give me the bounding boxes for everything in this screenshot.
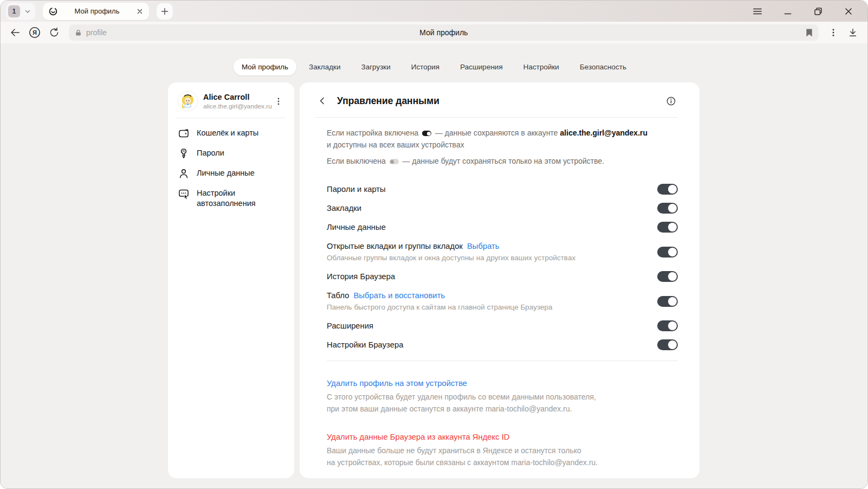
profile-summary: Alice Carroll alice.the.girl@yandex.ru	[177, 90, 286, 118]
delete-profile-description: С этого устройства будет удален профиль …	[327, 391, 678, 415]
refresh-icon[interactable]	[46, 24, 62, 41]
close-window-icon[interactable]	[841, 4, 856, 18]
browser-settings-toggle[interactable]	[657, 339, 678, 350]
page-title: Управление данными	[337, 95, 439, 107]
back-chevron-icon[interactable]	[315, 93, 330, 108]
address-bar[interactable]: profile Мой профиль	[69, 24, 819, 41]
tab-settings[interactable]: Настройки	[515, 59, 567, 75]
row-label: Закладки	[327, 204, 361, 213]
choose-restore-link[interactable]: Выбрать и восстановить	[353, 291, 445, 300]
delete-profile-section: Удалить профиль на этом устройстве С это…	[327, 377, 678, 415]
toggle-row-extensions: Расширения	[327, 320, 678, 332]
sidebar-item-label: Настройки автозаполнения	[197, 188, 274, 209]
row-label: Настройки Браузера	[327, 340, 403, 349]
section-tabs: Мой профиль Закладки Загрузки История Ра…	[1, 59, 867, 75]
bookmark-icon[interactable]	[805, 28, 813, 37]
intro-enabled-prefix: Если настройка включена	[327, 128, 418, 137]
tab-title: Мой профиль	[58, 7, 136, 15]
row-label: Пароли и карты	[327, 185, 386, 194]
toggle-row-open-tabs: Открытые вкладки и группы вкладокВыбрать…	[327, 240, 678, 263]
downloads-icon[interactable]	[845, 24, 861, 41]
toggle-row-browser-settings: Настройки Браузера	[327, 339, 678, 351]
intro-disabled-text: Если выключена — данные будут сохранятьс…	[327, 155, 678, 167]
intro-enabled-line2: и доступны на всех ваших устройствах	[327, 139, 678, 151]
person-icon	[178, 168, 190, 179]
delete-yandex-data-link[interactable]: Удалить данные Браузера из аккаунта Янде…	[327, 431, 510, 443]
delete-yandex-data-section: Удалить данные Браузера из аккаунта Янде…	[327, 431, 678, 468]
bookmarks-toggle[interactable]	[657, 203, 678, 214]
browser-menu-icon[interactable]	[750, 4, 765, 18]
personal-data-toggle[interactable]	[657, 222, 678, 233]
tab-bookmarks[interactable]: Закладки	[301, 59, 348, 75]
address-bar-page-title: Мой профиль	[69, 28, 819, 37]
choose-tabs-link[interactable]: Выбрать	[467, 242, 500, 250]
tab-downloads[interactable]: Загрузки	[353, 59, 398, 75]
svg-text:Я: Я	[33, 29, 37, 36]
delete-yandex-desc-line2: на устройствах, которые были связаны с а…	[327, 456, 678, 468]
avatar[interactable]	[178, 91, 198, 111]
row-label: Открытые вкладки и группы вкладок	[327, 242, 463, 250]
delete-yandex-data-description: Ваши данные больше не будут храниться в …	[327, 445, 678, 468]
row-label: Табло	[327, 291, 349, 300]
sidebar-item-label: Личные данные	[197, 168, 255, 178]
intro-disabled-suffix: — данные будут сохраняться только на это…	[403, 157, 605, 165]
more-options-icon[interactable]	[825, 24, 841, 41]
row-label: Расширения	[327, 321, 373, 330]
toggle-off-glyph-icon	[390, 159, 399, 164]
chevron-down-icon	[23, 7, 32, 16]
tab-my-profile[interactable]: Мой профиль	[234, 59, 296, 75]
danger-divider	[327, 361, 678, 361]
key-icon	[178, 147, 190, 159]
profile-sidebar: Alice Carroll alice.the.girl@yandex.ru	[168, 82, 294, 478]
toggle-row-bookmarks: Закладки	[327, 202, 678, 214]
toggle-row-history: История Браузера	[327, 271, 678, 282]
data-management-panel: Управление данными Если настройка включе…	[300, 82, 699, 478]
extensions-toggle[interactable]	[657, 320, 678, 331]
minimize-icon[interactable]	[781, 4, 795, 18]
delete-profile-desc-line1: С этого устройства будет удален профиль …	[327, 391, 678, 403]
tab-strip: 1 Мой профиль	[1, 1, 867, 22]
row-description: Облачные группы вкладок и окна доступны …	[327, 252, 646, 263]
sidebar-item-wallet-cards[interactable]: Кошелёк и карты	[177, 124, 286, 144]
info-icon[interactable]	[664, 94, 678, 108]
profile-menu-kebab-icon[interactable]	[273, 94, 284, 108]
sidebar-item-personal-data[interactable]: Личные данные	[177, 164, 286, 184]
sidebar-item-label: Пароли	[197, 148, 224, 158]
tab-extensions[interactable]: Расширения	[452, 59, 511, 75]
toggle-on-glyph-icon	[422, 131, 431, 136]
profile-name: Alice Carroll	[203, 93, 267, 101]
panel-header: Управление данными	[315, 92, 678, 110]
intro-enabled-middle: — данные сохраняются в аккаунте	[435, 128, 558, 137]
tab-close-icon[interactable]	[136, 8, 144, 15]
tableau-toggle[interactable]	[657, 296, 678, 307]
sidebar-item-passwords[interactable]: Пароли	[177, 144, 286, 164]
sync-toggle-list: Пароли и карты Закладки Личные данные От…	[327, 183, 678, 351]
history-toggle[interactable]	[657, 271, 678, 282]
yandex-logo-icon[interactable]: Я	[27, 24, 43, 41]
tab-history[interactable]: История	[403, 59, 448, 75]
delete-yandex-desc-line1: Ваши данные больше не будут храниться в …	[327, 445, 678, 456]
account-email: alice.the.girl@yandex.ru	[560, 128, 648, 137]
toggle-row-passwords-cards: Пароли и карты	[327, 183, 678, 195]
open-tabs-toggle[interactable]	[657, 247, 678, 258]
tab-security[interactable]: Безопасность	[572, 59, 634, 75]
lock-icon	[74, 29, 82, 37]
wallet-icon	[178, 127, 190, 139]
browser-window: 1 Мой профиль	[0, 0, 868, 489]
tab-group-count[interactable]: 1	[7, 4, 21, 18]
restore-window-icon[interactable]	[811, 4, 825, 18]
delete-profile-link[interactable]: Удалить профиль на этом устройстве	[327, 377, 467, 389]
tab-group-button[interactable]: 1	[6, 3, 35, 20]
back-icon[interactable]	[7, 24, 23, 41]
passwords-cards-toggle[interactable]	[657, 184, 678, 195]
tab-favicon-smiley-icon	[48, 7, 58, 16]
row-label: История Браузера	[327, 272, 395, 281]
browser-tab[interactable]: Мой профиль	[43, 3, 149, 20]
sidebar-menu: Кошелёк и карты Пароли	[177, 118, 286, 213]
new-tab-button[interactable]	[157, 3, 173, 20]
url-text: profile	[86, 28, 107, 37]
sidebar-item-autofill-settings[interactable]: Настройки автозаполнения	[177, 184, 286, 213]
autofill-icon	[178, 188, 190, 200]
row-label: Личные данные	[327, 223, 386, 231]
profile-meta: Alice Carroll alice.the.girl@yandex.ru	[203, 93, 267, 110]
